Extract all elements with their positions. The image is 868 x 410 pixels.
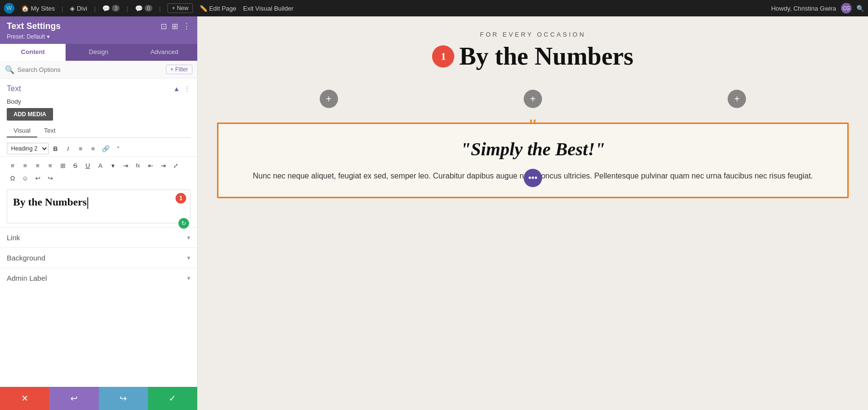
tab-text[interactable]: Text [37, 124, 62, 137]
plus-row: + + + [198, 80, 868, 118]
exit-builder-button[interactable]: Exit Visual Builder [243, 5, 294, 12]
save-button[interactable]: ✓ [148, 387, 197, 410]
underline-button[interactable]: U [82, 160, 94, 171]
for-every-label: FOR EVERY OCCASION [217, 31, 849, 38]
menu-icon[interactable]: ⋮ [183, 22, 190, 31]
align-left-button[interactable]: ≡ [7, 160, 18, 171]
add-column-button-2[interactable]: + [524, 90, 542, 108]
sidebar-title: Text Settings [7, 21, 61, 31]
align-center-button[interactable]: ≡ [19, 160, 31, 171]
emoji-button[interactable]: ☺ [19, 172, 31, 184]
body-label: Body [0, 98, 197, 108]
tab-content[interactable]: Content [0, 44, 66, 61]
comments-menu[interactable]: 💬 3 [102, 5, 120, 12]
sidebar-content: Text ▲ ⋮ Body ADD MEDIA Visual Text Head… [0, 79, 197, 387]
sidebar-search-bar: 🔍 + Filter [0, 61, 197, 79]
fullscreen-button[interactable]: ⤢ [170, 160, 181, 171]
editor-tabs: Visual Text [7, 124, 190, 138]
cancel-button[interactable]: ✕ [0, 387, 49, 410]
undo-editor-button[interactable]: ↩ [32, 172, 43, 184]
search-input[interactable] [17, 66, 163, 73]
link-section[interactable]: Link ▾ [0, 227, 197, 247]
user-avatar[interactable]: CG [841, 3, 852, 14]
editor-content[interactable]: By the Numbers [13, 196, 184, 209]
wordpress-icon[interactable]: W [4, 3, 14, 14]
text-section-title: Text [7, 84, 21, 93]
resize-icon[interactable]: ⊡ [161, 22, 167, 31]
redo-button[interactable]: ↪ [99, 387, 148, 410]
toolbar-row2: ≡ ≡ ≡ ≡ ⊞ S U A ▾ ⇥ fx ⇤ ⇥ ⤢ Ω ☺ ↩ ↪ [0, 159, 197, 186]
outdent-button[interactable]: ⇤ [145, 160, 156, 171]
quote-section: " "Simply the Best!" Nunc nec neque aliq… [217, 123, 849, 198]
tab-visual[interactable]: Visual [7, 124, 37, 137]
background-label: Background [7, 254, 45, 262]
edit-page-button[interactable]: ✏️ Edit Page [200, 5, 236, 12]
main-layout: Text Settings ⊡ ⊞ ⋮ Preset: Default ▾ Co… [0, 16, 868, 410]
unordered-list-button[interactable]: ≡ [75, 143, 86, 154]
section-badge: 1 [432, 45, 454, 68]
grid-icon[interactable]: ⊞ [172, 22, 178, 31]
tab-advanced[interactable]: Advanced [132, 44, 197, 61]
redo-editor-button[interactable]: ↪ [44, 172, 56, 184]
strikethrough-button[interactable]: S [69, 160, 81, 171]
editor-area[interactable]: By the Numbers 1 ↻ [7, 190, 190, 223]
new-button[interactable]: + New [167, 3, 192, 13]
heading-select[interactable]: Heading 2 Paragraph Heading 1 Heading 3 [7, 143, 49, 154]
sidebar-header: Text Settings ⊡ ⊞ ⋮ Preset: Default ▾ [0, 16, 197, 44]
search-icon: 🔍 [5, 65, 14, 74]
search-icon[interactable]: 🔍 [856, 5, 864, 12]
blockquote-button[interactable]: " [112, 143, 124, 154]
admin-label-label: Admin Label [7, 274, 47, 282]
editor-toolbar: Heading 2 Paragraph Heading 1 Heading 3 … [0, 141, 197, 157]
floating-menu-button[interactable]: ••• [524, 169, 542, 187]
text-section-header: Text ▲ ⋮ [0, 79, 197, 98]
align-right-button[interactable]: ≡ [32, 160, 43, 171]
quote-title: "Simply the Best!" [238, 138, 828, 160]
link-chevron: ▾ [187, 234, 190, 241]
page-content: FOR EVERY OCCASION 1 By the Numbers + + … [198, 16, 868, 410]
table-button[interactable]: ⊞ [57, 160, 68, 171]
my-sites-menu[interactable]: 🏠 My Sites [21, 5, 55, 12]
sidebar-tabs: Content Design Advanced [0, 44, 197, 61]
undo-button[interactable]: ↩ [49, 387, 98, 410]
comments2-menu[interactable]: 💬 0 [135, 5, 152, 12]
sidebar: Text Settings ⊡ ⊞ ⋮ Preset: Default ▾ Co… [0, 16, 198, 410]
add-media-button[interactable]: ADD MEDIA [7, 108, 53, 121]
link-label: Link [7, 233, 20, 242]
add-column-button-3[interactable]: + [728, 90, 746, 108]
background-chevron: ▾ [187, 254, 190, 261]
editor-badge: 1 [176, 193, 186, 204]
divi-menu[interactable]: ◈ Divi [70, 5, 87, 12]
tab-design[interactable]: Design [66, 44, 131, 61]
sidebar-bottom: ✕ ↩ ↪ ✓ [0, 387, 197, 410]
collapse-button[interactable]: ▲ [173, 85, 180, 93]
filter-button[interactable]: + Filter [166, 65, 192, 74]
formula-button[interactable]: fx [132, 160, 144, 171]
section-menu-icon[interactable]: ⋮ [184, 85, 190, 93]
italic-button[interactable]: I [62, 143, 74, 154]
preset-selector[interactable]: Preset: Default ▾ [7, 33, 190, 40]
admin-label-chevron: ▾ [187, 274, 190, 282]
background-section[interactable]: Background ▾ [0, 247, 197, 268]
align-justify-button[interactable]: ≡ [44, 160, 56, 171]
font-color-button[interactable]: A [95, 160, 106, 171]
more-button[interactable]: ▾ [107, 160, 119, 171]
editor-sync-icon: ↻ [178, 218, 189, 229]
topbar: W 🏠 My Sites | ◈ Divi | 💬 3 | 💬 0 | + Ne… [0, 0, 868, 16]
indent2-button[interactable]: ⇥ [157, 160, 169, 171]
quote-mark: " [529, 116, 537, 136]
admin-label-section[interactable]: Admin Label ▾ [0, 268, 197, 288]
link-button[interactable]: 🔗 [100, 143, 111, 154]
for-every-section: FOR EVERY OCCASION 1 By the Numbers [198, 16, 868, 80]
page-title: 1 By the Numbers [217, 42, 849, 70]
special-char-button[interactable]: Ω [7, 172, 18, 184]
bold-button[interactable]: B [50, 143, 61, 154]
add-column-button-1[interactable]: + [320, 90, 338, 108]
ordered-list-button[interactable]: ≡ [87, 143, 99, 154]
indent-button[interactable]: ⇥ [120, 160, 131, 171]
